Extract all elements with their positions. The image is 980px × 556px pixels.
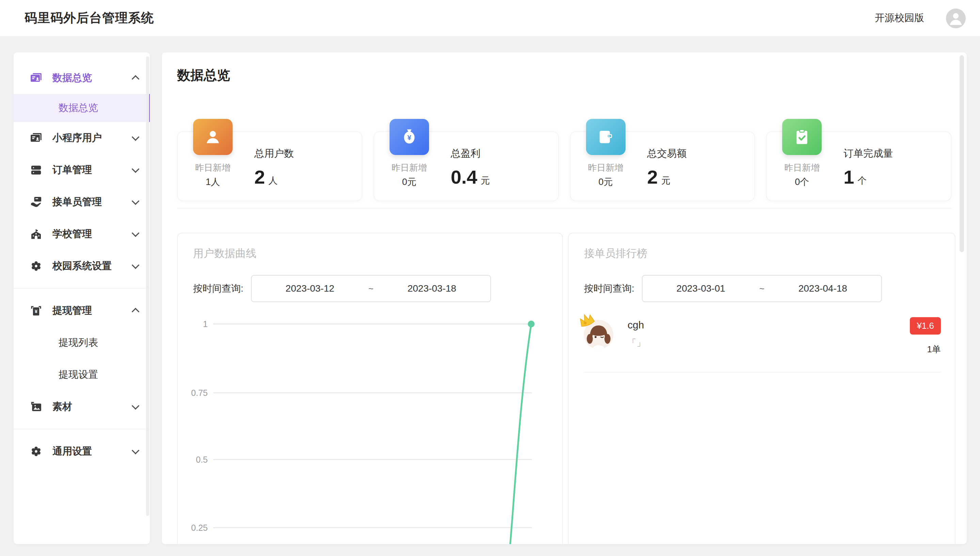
user-chart-panel: 用户数据曲线 按时间查询: 2023-03-12 ~ 2023-03-18 1 … [177, 233, 563, 544]
chevron-down-icon [132, 197, 140, 205]
ranking-list-item[interactable]: cgh 「」 ¥1.6 1单 [584, 317, 941, 365]
amount-badge: ¥1.6 [910, 317, 941, 335]
stat-unit: 元 [481, 175, 490, 186]
top-header: 码里码外后台管理系统 开源校园版 [0, 0, 980, 36]
miniprogram-users-icon [29, 131, 44, 144]
chart-line [509, 324, 531, 544]
yesterday-value: 0元 [579, 175, 632, 189]
user-line-chart: 1 0.75 0.5 0.25 [178, 233, 564, 544]
stat-cards-row: 昨日新增 1人 总用户数 2人 ¥ 昨日新增 0元 总盈利 0.4 [177, 131, 951, 201]
ranking-query-row: 按时间查询: 2023-03-01 ~ 2023-04-18 [584, 275, 882, 302]
gear-icon [29, 260, 44, 273]
page-title: 数据总览 [177, 66, 230, 84]
date-end: 2023-04-18 [798, 283, 847, 294]
admin-dashboard: 码里码外后台管理系统 开源校园版 数据总览 数据总览 [0, 0, 980, 556]
yesterday-value: 0个 [775, 175, 828, 189]
sidebar-divider [14, 288, 150, 289]
order-taker-ranking-panel: 接单员排行榜 按时间查询: 2023-03-01 ~ 2023-04-18 [568, 233, 956, 544]
sidebar-item-withdrawal-management[interactable]: ¥ 提现管理 [14, 295, 150, 327]
stat-label: 总用户数 [255, 147, 294, 160]
rank-user-info: cgh 「」 [627, 319, 645, 349]
sidebar-menu: 数据总览 数据总览 小程序用户 订单管理 [14, 52, 150, 467]
edition-label: 开源校园版 [875, 0, 924, 36]
sidebar-subitem-data-overview[interactable]: 数据总览 [14, 94, 150, 122]
stat-info: 总用户数 2人 [255, 147, 294, 188]
main-content: 数据总览 昨日新增 1人 总用户数 2人 ¥ [162, 52, 967, 544]
chevron-down-icon [132, 447, 140, 454]
sidebar: 数据总览 数据总览 小程序用户 订单管理 [14, 52, 150, 544]
sidebar-item-label: 素材 [52, 400, 133, 414]
user-icon [193, 119, 232, 155]
sidebar-divider [14, 429, 150, 429]
money-bag-icon: ¥ [390, 119, 429, 155]
chevron-down-icon [132, 402, 140, 410]
sidebar-item-general-settings[interactable]: 通用设置 [14, 435, 150, 467]
sidebar-item-order-management[interactable]: 订单管理 [14, 154, 150, 186]
date-range-separator: ~ [759, 283, 764, 294]
sidebar-subitem-label: 提现设置 [58, 368, 98, 381]
yesterday-block: 昨日新增 0元 [383, 160, 436, 189]
sidebar-item-label: 接单员管理 [52, 195, 133, 209]
ranking-date-range-input[interactable]: 2023-03-01 ~ 2023-04-18 [642, 275, 882, 302]
hand-card-icon [29, 196, 44, 208]
y-tick-075: 0.75 [191, 388, 208, 398]
sidebar-item-order-taker-management[interactable]: 接单员管理 [14, 186, 150, 218]
date-start: 2023-03-01 [677, 283, 725, 294]
y-tick-1: 1 [203, 319, 208, 329]
rank-metrics: ¥1.6 1单 [910, 317, 941, 356]
school-icon [29, 228, 44, 241]
stat-info: 总盈利 0.4元 [451, 147, 490, 188]
sidebar-item-label: 学校管理 [52, 227, 133, 241]
sidebar-item-materials[interactable]: 素材 [14, 391, 150, 423]
data-overview-icon [29, 71, 44, 84]
chevron-up-icon [132, 308, 140, 316]
sidebar-item-label: 小程序用户 [52, 131, 133, 145]
stat-card-total-profit: ¥ 昨日新增 0元 总盈利 0.4元 [374, 131, 559, 201]
sidebar-item-label: 提现管理 [52, 304, 133, 317]
rank-avatar-wrap [584, 320, 613, 349]
chevron-up-icon [132, 75, 140, 83]
stat-label: 总盈利 [451, 147, 490, 160]
stat-info: 订单完成量 1个 [843, 147, 893, 188]
stat-value: 2元 [647, 166, 687, 188]
stat-number: 2 [647, 166, 658, 188]
stat-number: 1 [843, 166, 854, 188]
sidebar-item-label: 校园系统设置 [52, 259, 133, 273]
sidebar-item-school-management[interactable]: 学校管理 [14, 218, 150, 250]
y-tick-05: 0.5 [196, 455, 208, 464]
stat-number: 0.4 [451, 166, 477, 188]
stat-label: 总交易额 [647, 147, 687, 160]
user-avatar[interactable] [946, 8, 966, 28]
sidebar-subitem-withdrawal-list[interactable]: 提现列表 [14, 327, 150, 359]
stat-info: 总交易额 2元 [647, 147, 687, 188]
chart-endpoint-dot [528, 321, 535, 327]
rank-user-name: cgh [627, 319, 645, 331]
yesterday-block: 昨日新增 0元 [579, 160, 632, 189]
sidebar-item-miniprogram-users[interactable]: 小程序用户 [14, 122, 150, 154]
sidebar-item-campus-system-settings[interactable]: 校园系统设置 [14, 250, 150, 282]
query-label: 按时间查询: [584, 282, 634, 295]
rank-user-subtitle: 「」 [627, 337, 645, 349]
stat-value: 2人 [255, 166, 294, 188]
chevron-down-icon [132, 133, 140, 141]
chevron-down-icon [132, 261, 140, 269]
y-tick-025: 0.25 [191, 523, 208, 532]
chevron-down-icon [132, 229, 140, 237]
sidebar-subitem-withdrawal-settings[interactable]: 提现设置 [14, 359, 150, 391]
sidebar-scrollbar[interactable] [146, 57, 149, 516]
yesterday-label: 昨日新增 [186, 160, 239, 175]
stat-card-total-users: 昨日新增 1人 总用户数 2人 [177, 131, 362, 201]
yesterday-label: 昨日新增 [383, 160, 436, 175]
stat-unit: 个 [858, 175, 867, 186]
sidebar-item-data-overview[interactable]: 数据总览 [14, 62, 150, 94]
sidebar-subitem-label: 提现列表 [58, 336, 98, 349]
wallet-icon [586, 119, 625, 155]
sidebar-item-label: 通用设置 [52, 444, 133, 458]
sidebar-item-label: 订单管理 [52, 163, 133, 177]
yesterday-block: 昨日新增 0个 [775, 160, 828, 189]
content-scrollbar[interactable] [959, 55, 964, 252]
stat-label: 订单完成量 [843, 147, 893, 160]
sidebar-item-label: 数据总览 [52, 71, 133, 85]
section-divider [177, 208, 951, 208]
stat-card-total-transactions: 昨日新增 0元 总交易额 2元 [570, 131, 755, 201]
